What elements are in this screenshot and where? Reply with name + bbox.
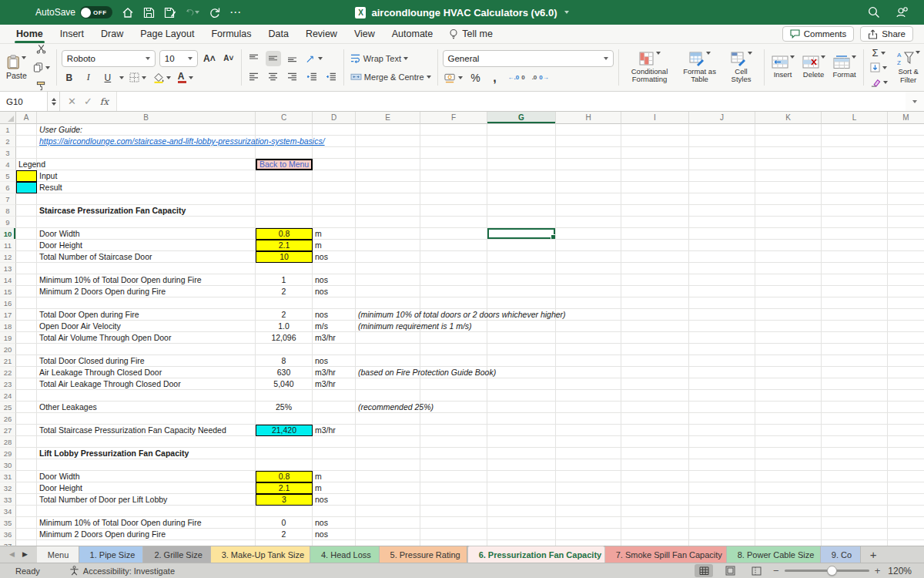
- number-format-select[interactable]: General: [443, 50, 614, 67]
- cell-J1[interactable]: [689, 124, 755, 136]
- cell-L30[interactable]: [822, 459, 888, 471]
- cell-J16[interactable]: [689, 297, 755, 309]
- cell-M11[interactable]: [888, 240, 924, 251]
- cell-D21[interactable]: nos: [313, 355, 356, 367]
- cell-H24[interactable]: [556, 390, 621, 402]
- zoom-thumb[interactable]: [827, 566, 837, 576]
- cell-B6[interactable]: Result: [37, 182, 256, 193]
- cell-I6[interactable]: [621, 182, 689, 193]
- cell-B7[interactable]: [37, 193, 256, 205]
- cancel-icon[interactable]: ✕: [68, 96, 76, 107]
- cell-F14[interactable]: [420, 274, 487, 286]
- cell-K6[interactable]: [755, 182, 822, 193]
- cell-L15[interactable]: [822, 286, 888, 297]
- cell-M14[interactable]: [888, 274, 924, 286]
- font-color-button[interactable]: A: [176, 70, 195, 86]
- cell-E32[interactable]: [356, 482, 420, 494]
- row-header-15[interactable]: 15: [0, 286, 16, 297]
- cell-A25[interactable]: [16, 402, 37, 413]
- cell-A28[interactable]: [16, 436, 37, 448]
- cell-J35[interactable]: [689, 517, 755, 529]
- cell-A12[interactable]: [16, 251, 37, 263]
- cell-A20[interactable]: [16, 344, 37, 355]
- zoom-in-icon[interactable]: +: [875, 565, 881, 576]
- row-header-18[interactable]: 18: [0, 321, 16, 332]
- cell-K3[interactable]: [755, 147, 822, 159]
- cell-C28[interactable]: [256, 436, 313, 448]
- cell-A30[interactable]: [16, 459, 37, 471]
- autosave-toggle[interactable]: OFF: [80, 6, 112, 18]
- cell-D36[interactable]: nos: [313, 529, 356, 540]
- row-header-27[interactable]: 27: [0, 425, 16, 436]
- cell-B24[interactable]: [37, 390, 256, 402]
- tab-view[interactable]: View: [346, 25, 383, 43]
- cell-G16[interactable]: [487, 297, 556, 309]
- cell-L34[interactable]: [822, 506, 888, 517]
- cell-I4[interactable]: [621, 159, 689, 170]
- cell-E13[interactable]: [356, 263, 420, 274]
- cell-I35[interactable]: [621, 517, 689, 529]
- tab-automate[interactable]: Automate: [383, 25, 442, 43]
- cell-C15[interactable]: 2: [256, 286, 313, 297]
- paste-chevron-icon[interactable]: [22, 56, 26, 59]
- cell-B21[interactable]: Total Door Closed during Fire: [37, 355, 256, 367]
- cell-M10[interactable]: [888, 228, 924, 240]
- row-header-28[interactable]: 28: [0, 436, 16, 448]
- fill-color-button[interactable]: [152, 70, 172, 86]
- cell-C11[interactable]: 2.1: [256, 240, 313, 251]
- cell-M5[interactable]: [888, 170, 924, 182]
- align-right-button[interactable]: [285, 69, 300, 85]
- cell-G8[interactable]: [487, 205, 556, 217]
- sheet-tab-3-make-up-tank-size[interactable]: 3. Make-Up Tank Size: [211, 546, 310, 563]
- cell-M23[interactable]: [888, 378, 924, 390]
- cell-D27[interactable]: m3/hr: [313, 425, 356, 436]
- cell-I10[interactable]: [621, 228, 689, 240]
- cell-K32[interactable]: [755, 482, 822, 494]
- cell-F4[interactable]: [420, 159, 487, 170]
- cell-C23[interactable]: 5,040: [256, 378, 313, 390]
- cell-E15[interactable]: [356, 286, 420, 297]
- cell-G12[interactable]: [487, 251, 556, 263]
- cell-C36[interactable]: 2: [256, 529, 313, 540]
- cell-E28[interactable]: [356, 436, 420, 448]
- cell-F34[interactable]: [420, 506, 487, 517]
- cell-styles-button[interactable]: Cell Styles: [724, 51, 759, 85]
- cell-D7[interactable]: [313, 193, 356, 205]
- cell-D11[interactable]: m: [313, 240, 356, 251]
- tab-review[interactable]: Review: [297, 25, 346, 43]
- cell-A4[interactable]: Legend: [16, 159, 37, 170]
- cell-B8[interactable]: Staircase Pressurization Fan Capacity: [37, 205, 256, 217]
- delete-cells-button[interactable]: Delete: [800, 55, 828, 79]
- format-painter-button[interactable]: [32, 79, 52, 92]
- cell-B22[interactable]: Air Leakage Through Closed Door: [37, 367, 256, 378]
- cell-C10[interactable]: 0.8: [256, 228, 313, 240]
- cell-C33[interactable]: 3: [256, 494, 313, 506]
- cell-M28[interactable]: [888, 436, 924, 448]
- cell-M17[interactable]: [888, 309, 924, 321]
- cell-I8[interactable]: [621, 205, 689, 217]
- cell-F23[interactable]: [420, 378, 487, 390]
- row-header-32[interactable]: 32: [0, 482, 16, 494]
- cell-L4[interactable]: [822, 159, 888, 170]
- cell-E16[interactable]: [356, 297, 420, 309]
- cell-C37[interactable]: [256, 540, 313, 546]
- cell-D37[interactable]: [313, 540, 356, 546]
- cell-E12[interactable]: [356, 251, 420, 263]
- row-header-7[interactable]: 7: [0, 193, 16, 205]
- cell-J2[interactable]: [689, 136, 755, 147]
- cell-A6[interactable]: [16, 182, 37, 193]
- cell-K25[interactable]: [755, 402, 822, 413]
- cell-H29[interactable]: [556, 448, 621, 459]
- cell-L18[interactable]: [822, 321, 888, 332]
- cell-D6[interactable]: [313, 182, 356, 193]
- cell-H5[interactable]: [556, 170, 621, 182]
- cell-H31[interactable]: [556, 471, 621, 482]
- cell-K28[interactable]: [755, 436, 822, 448]
- undo-icon[interactable]: [186, 5, 199, 19]
- cell-E4[interactable]: [356, 159, 420, 170]
- cell-M20[interactable]: [888, 344, 924, 355]
- cell-I24[interactable]: [621, 390, 689, 402]
- cell-I33[interactable]: [621, 494, 689, 506]
- cell-G35[interactable]: [487, 517, 556, 529]
- accounting-format-button[interactable]: [443, 70, 464, 86]
